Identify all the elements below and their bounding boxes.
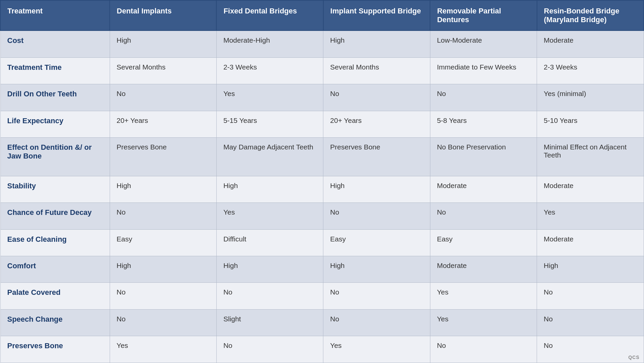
row-0-col-5: Moderate <box>537 31 644 57</box>
row-2-col-3: No <box>323 84 430 111</box>
header-treatment: Treatment <box>0 0 110 31</box>
row-5-col-5: Moderate <box>537 176 644 202</box>
table-row: Speech ChangeNoSlightNoYesNo <box>0 309 644 336</box>
row-label-7: Ease of Cleaning <box>0 229 110 256</box>
header-implant-supported-bridge: Implant Supported Bridge <box>323 0 430 31</box>
row-6-col-4: No <box>430 203 537 229</box>
row-4-col-2: May Damage Adjacent Teeth <box>216 138 323 176</box>
row-label-1: Treatment Time <box>0 57 110 84</box>
row-8-col-3: High <box>323 256 430 282</box>
table-row: Preserves BoneYesNoYesNoNoQCS <box>0 336 644 363</box>
row-label-2: Drill On Other Teeth <box>0 84 110 111</box>
row-8-col-4: Moderate <box>430 256 537 282</box>
row-label-5: Stability <box>0 176 110 202</box>
row-5-col-4: Moderate <box>430 176 537 202</box>
row-11-col-1: Yes <box>110 336 216 363</box>
row-1-col-1: Several Months <box>110 57 216 84</box>
row-11-col-3: Yes <box>323 336 430 363</box>
row-1-col-2: 2-3 Weeks <box>216 57 323 84</box>
table-row: Life Expectancy20+ Years5-15 Years20+ Ye… <box>0 111 644 137</box>
row-6-col-1: No <box>110 203 216 229</box>
row-10-col-4: Yes <box>430 309 537 336</box>
row-label-11: Preserves Bone <box>0 336 110 363</box>
row-label-8: Comfort <box>0 256 110 282</box>
row-4-col-1: Preserves Bone <box>110 138 216 176</box>
row-7-col-3: Easy <box>323 229 430 256</box>
row-3-col-4: 5-8 Years <box>430 111 537 137</box>
row-3-col-1: 20+ Years <box>110 111 216 137</box>
row-label-3: Life Expectancy <box>0 111 110 137</box>
row-4-col-4: No Bone Preservation <box>430 138 537 176</box>
row-label-10: Speech Change <box>0 309 110 336</box>
row-2-col-5: Yes (minimal) <box>537 84 644 111</box>
row-label-6: Chance of Future Decay <box>0 203 110 229</box>
table-row: Drill On Other TeethNoYesNoNoYes (minima… <box>0 84 644 111</box>
row-1-col-4: Immediate to Few Weeks <box>430 57 537 84</box>
row-9-col-5: No <box>537 283 644 309</box>
row-8-col-5: High <box>537 256 644 282</box>
row-10-col-5: No <box>537 309 644 336</box>
row-1-col-3: Several Months <box>323 57 430 84</box>
row-6-col-2: Yes <box>216 203 323 229</box>
row-9-col-4: Yes <box>430 283 537 309</box>
table-row: ComfortHighHighHighModerateHigh <box>0 256 644 282</box>
table-row: Effect on Dentition &/ or Jaw BonePreser… <box>0 138 644 176</box>
row-2-col-1: No <box>110 84 216 111</box>
row-0-col-2: Moderate-High <box>216 31 323 57</box>
row-10-col-1: No <box>110 309 216 336</box>
header-removable-partial-dentures: Removable Partial Dentures <box>430 0 537 31</box>
row-label-0: Cost <box>0 31 110 57</box>
comparison-table-container: Treatment Dental Implants Fixed Dental B… <box>0 0 644 363</box>
row-4-col-5: Minimal Effect on Adjacent Teeth <box>537 138 644 176</box>
row-4-col-3: Preserves Bone <box>323 138 430 176</box>
row-10-col-2: Slight <box>216 309 323 336</box>
row-2-col-2: Yes <box>216 84 323 111</box>
row-label-4: Effect on Dentition &/ or Jaw Bone <box>0 138 110 176</box>
row-label-9: Palate Covered <box>0 283 110 309</box>
row-7-col-4: Easy <box>430 229 537 256</box>
row-7-col-2: Difficult <box>216 229 323 256</box>
row-5-col-1: High <box>110 176 216 202</box>
row-9-col-3: No <box>323 283 430 309</box>
row-3-col-3: 20+ Years <box>323 111 430 137</box>
row-8-col-1: High <box>110 256 216 282</box>
row-3-col-2: 5-15 Years <box>216 111 323 137</box>
row-0-col-3: High <box>323 31 430 57</box>
table-row: StabilityHighHighHighModerateModerate <box>0 176 644 202</box>
header-fixed-dental-bridges: Fixed Dental Bridges <box>216 0 323 31</box>
table-row: Chance of Future DecayNoYesNoNoYes <box>0 203 644 229</box>
row-0-col-4: Low-Moderate <box>430 31 537 57</box>
row-3-col-5: 5-10 Years <box>537 111 644 137</box>
row-11-col-5: NoQCS <box>537 336 644 363</box>
table-header-row: Treatment Dental Implants Fixed Dental B… <box>0 0 644 31</box>
row-6-col-3: No <box>323 203 430 229</box>
row-8-col-2: High <box>216 256 323 282</box>
row-6-col-5: Yes <box>537 203 644 229</box>
header-resin-bonded-bridge: Resin-Bonded Bridge (Maryland Bridge) <box>537 0 644 31</box>
row-2-col-4: No <box>430 84 537 111</box>
table-row: Treatment TimeSeveral Months2-3 WeeksSev… <box>0 57 644 84</box>
header-dental-implants: Dental Implants <box>110 0 216 31</box>
row-1-col-5: 2-3 Weeks <box>537 57 644 84</box>
row-11-col-2: No <box>216 336 323 363</box>
row-10-col-3: No <box>323 309 430 336</box>
row-7-col-5: Moderate <box>537 229 644 256</box>
table-row: CostHighModerate-HighHighLow-ModerateMod… <box>0 31 644 57</box>
row-11-col-4: No <box>430 336 537 363</box>
row-9-col-2: No <box>216 283 323 309</box>
comparison-table: Treatment Dental Implants Fixed Dental B… <box>0 0 644 363</box>
row-5-col-2: High <box>216 176 323 202</box>
table-row: Ease of CleaningEasyDifficultEasyEasyMod… <box>0 229 644 256</box>
table-row: Palate CoveredNoNoNoYesNo <box>0 283 644 309</box>
logo-watermark: QCS <box>628 355 639 360</box>
row-9-col-1: No <box>110 283 216 309</box>
row-7-col-1: Easy <box>110 229 216 256</box>
row-0-col-1: High <box>110 31 216 57</box>
row-5-col-3: High <box>323 176 430 202</box>
